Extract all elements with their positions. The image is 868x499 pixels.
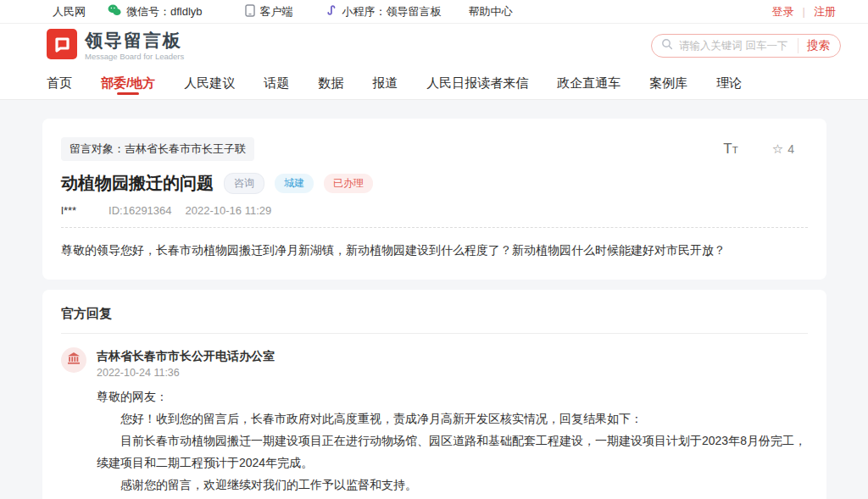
tag-category: 咨询 (224, 173, 264, 194)
mobile-app-icon (245, 4, 255, 19)
topbar-link-label: 小程序：领导留言板 (342, 4, 442, 19)
search-input[interactable] (679, 40, 798, 52)
message-id: ID:16291364 (108, 204, 171, 217)
font-size-toggle-icon[interactable]: TT (723, 141, 737, 158)
message-title: 动植物园搬迁的问题 (61, 172, 214, 195)
reply-paragraph: 目前长春市动植物园搬迁一期建设项目正在进行动物场馆、园区道路和基础配套工程建设，… (97, 430, 808, 474)
logo-icon (47, 29, 77, 63)
wechat-icon (108, 4, 121, 19)
topbar-link-label: 帮助中心 (469, 4, 513, 19)
site-header: 领导留言板 Message Board for Leaders 搜索 (0, 24, 868, 68)
topbar-auth: 登录 | 注册 (772, 4, 836, 19)
topbar-link-help[interactable]: 帮助中心 (469, 4, 513, 19)
nav-item-reports[interactable]: 报道 (372, 68, 398, 99)
message-target-badge[interactable]: 留言对象：吉林省长春市市长王子联 (61, 137, 254, 161)
auth-divider: | (803, 5, 805, 18)
topbar-link-client[interactable]: 客户端 (245, 4, 293, 19)
tag-status: 已办理 (324, 174, 373, 193)
nav-item-gov-business[interactable]: 政企直通车 (557, 68, 620, 99)
reply-paragraph: 您好！收到您的留言后，长春市政府对此高度重视，责成净月高新开发区核实情况，回复结… (97, 408, 808, 430)
nav-item-theory[interactable]: 理论 (716, 68, 742, 99)
login-link[interactable]: 登录 (772, 4, 794, 19)
official-reply-card: 官方回复 吉林省长春市市长公开电话办公室 2022-10-24 11 (42, 290, 826, 499)
topbar-link-label: 人民网 (53, 4, 86, 19)
miniprogram-icon (326, 4, 337, 19)
reply-paragraph: 感谢您的留言，欢迎继续对我们的工作予以监督和支持。 (97, 474, 808, 496)
favorite-button[interactable]: ☆ 4 (772, 141, 794, 157)
star-count: 4 (787, 142, 794, 156)
topbar-link-wechat[interactable]: 微信号：dfldlyb (108, 4, 203, 19)
reply-body: 尊敬的网友： 您好！收到您的留言后，长春市政府对此高度重视，责成净月高新开发区核… (97, 385, 808, 496)
section-divider (61, 333, 808, 334)
government-building-icon (67, 352, 81, 369)
main-content: 留言对象：吉林省长春市市长王子联 TT ☆ 4 动植物园搬迁的问题 咨询 城建 … (0, 100, 868, 499)
search-box: 搜索 (651, 34, 841, 58)
topbar-link-peoplesdaily[interactable]: 人民网 (53, 4, 86, 19)
register-link[interactable]: 注册 (814, 4, 836, 19)
message-card: 留言对象：吉林省长春市市长王子联 TT ☆ 4 动植物园搬迁的问题 咨询 城建 … (42, 119, 826, 280)
reply-agency-name: 吉林省长春市市长公开电话办公室 (97, 349, 275, 363)
topbar-link-miniprogram[interactable]: 小程序：领导留言板 (326, 4, 442, 19)
message-meta: l*** ID:16291364 2022-10-16 11:29 (61, 204, 808, 217)
nav-item-reader-letters[interactable]: 人民日报读者来信 (426, 68, 528, 99)
nav-item-ministries-local[interactable]: 部委/地方 (101, 68, 155, 99)
logo-subtitle: Message Board for Leaders (85, 52, 184, 61)
star-icon: ☆ (772, 141, 783, 157)
site-logo[interactable]: 领导留言板 Message Board for Leaders (47, 29, 184, 63)
search-icon (661, 38, 673, 53)
reply-author: 吉林省长春市市长公开电话办公室 2022-10-24 11:36 (61, 347, 808, 379)
nav-item-home[interactable]: 首页 (47, 68, 72, 99)
topbar-link-label: 微信号：dfldlyb (126, 4, 203, 19)
avatar (61, 347, 86, 373)
main-nav: 首页 部委/地方 人民建议 话题 数据 报道 人民日报读者来信 政企直通车 案例… (0, 68, 868, 100)
nav-item-data[interactable]: 数据 (318, 68, 343, 99)
logo-title: 领导留言板 (85, 30, 184, 50)
topbar: 人民网 微信号：dfldlyb 客户端 小程序：领导留言板 (0, 0, 868, 24)
reply-paragraph: 尊敬的网友： (97, 385, 808, 408)
tag-field: 城建 (275, 174, 314, 193)
nav-item-suggestions[interactable]: 人民建议 (184, 68, 235, 99)
message-author: l*** (61, 204, 76, 217)
search-button[interactable]: 搜索 (798, 38, 830, 53)
nav-item-topics[interactable]: 话题 (264, 68, 289, 99)
message-body: 尊敬的领导您好，长春市动植物园搬迁到净月新湖镇，新动植物园建设到什么程度了？新动… (61, 228, 808, 280)
reply-time: 2022-10-24 11:36 (97, 367, 275, 379)
topbar-link-label: 客户端 (260, 4, 293, 19)
reply-section-title: 官方回复 (61, 305, 808, 322)
nav-item-case-library[interactable]: 案例库 (649, 68, 687, 99)
message-time: 2022-10-16 11:29 (186, 204, 272, 217)
